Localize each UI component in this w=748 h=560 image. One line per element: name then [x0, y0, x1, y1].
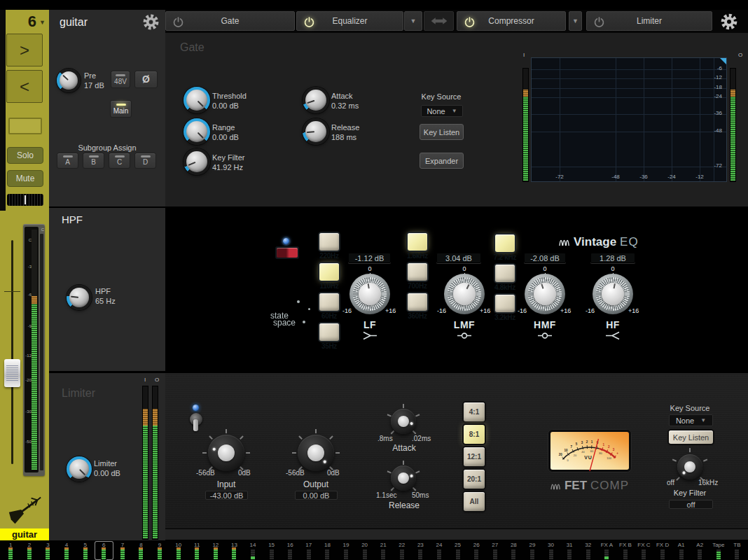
channel-select-item[interactable]: 19: [337, 541, 356, 560]
channel-select-item[interactable]: FX C: [635, 541, 653, 560]
subgroup-assign-button[interactable]: C: [109, 153, 130, 169]
channel-select-item[interactable]: 11: [188, 541, 207, 560]
gate-release-knob[interactable]: [303, 118, 329, 145]
channel-select-item[interactable]: 6: [95, 541, 113, 560]
tab-gate[interactable]: Gate: [165, 11, 295, 31]
gate-attack-knob[interactable]: [303, 87, 329, 113]
eq-freq-button[interactable]: [319, 233, 339, 251]
channel-select-item[interactable]: 31: [560, 541, 579, 560]
channel-select-item[interactable]: 9: [151, 541, 169, 560]
comp-release-knob[interactable]: [391, 465, 416, 491]
gate-threshold-knob[interactable]: [183, 87, 210, 113]
subgroup-assign-button[interactable]: B: [83, 153, 104, 169]
channel-select-item[interactable]: 7: [113, 541, 132, 560]
channel-select-item[interactable]: 26: [467, 541, 486, 560]
subgroup-assign-button[interactable]: A: [57, 153, 78, 169]
comp-toggle-lever[interactable]: [193, 419, 198, 431]
eq-freq-button[interactable]: [408, 233, 427, 251]
comp-attack-knob[interactable]: [391, 409, 416, 434]
comp-keyfilter-knob[interactable]: [677, 454, 702, 479]
channel-select-item[interactable]: 2: [20, 541, 39, 560]
pan-wheel[interactable]: [7, 194, 43, 206]
channel-select-item[interactable]: 27: [485, 541, 504, 560]
tab-compressor[interactable]: Compressor: [457, 11, 566, 31]
channel-select-item[interactable]: 18: [318, 541, 337, 560]
settings-gear-icon[interactable]: [719, 12, 739, 31]
channel-number[interactable]: 6: [6, 13, 36, 31]
swap-order-button[interactable]: [424, 11, 454, 31]
hmf-gain-knob[interactable]: [525, 274, 565, 314]
channel-select-item[interactable]: 23: [411, 541, 430, 560]
channel-select-item[interactable]: 4: [57, 541, 76, 560]
preamp-knob[interactable]: [57, 69, 81, 92]
eq-freq-button[interactable]: [408, 263, 427, 281]
gate-expander-button[interactable]: Expander: [420, 153, 464, 169]
channel-select-item[interactable]: 8: [132, 541, 151, 560]
channel-select-item[interactable]: 28: [504, 541, 523, 560]
channel-select-item[interactable]: 29: [523, 541, 542, 560]
hf-gain-knob[interactable]: [593, 274, 633, 314]
ratio-button[interactable]: All: [464, 492, 485, 511]
subgroup-assign-button[interactable]: D: [134, 153, 156, 169]
ratio-button[interactable]: 12:1: [464, 447, 485, 466]
channel-select-item[interactable]: 14: [244, 541, 263, 560]
eq-freq-button[interactable]: [495, 234, 515, 252]
channel-gear-icon[interactable]: [141, 13, 160, 31]
channel-select-item[interactable]: FX D: [653, 541, 672, 560]
lf-gain-knob[interactable]: [349, 274, 390, 314]
limiter-knob[interactable]: [67, 456, 92, 482]
channel-select-item[interactable]: A1: [672, 541, 691, 560]
channel-select-item[interactable]: 15: [262, 541, 281, 560]
fader-track[interactable]: [11, 240, 13, 464]
input-value-display[interactable]: -43.00 dB: [205, 491, 248, 500]
channel-select-item[interactable]: 24: [430, 541, 449, 560]
mute-button[interactable]: Mute: [7, 170, 43, 187]
keyfilter-value-display[interactable]: off: [669, 500, 713, 509]
channel-select-item[interactable]: FX B: [616, 541, 635, 560]
comp-input-knob[interactable]: [208, 435, 244, 471]
tab-limiter[interactable]: Limiter: [586, 11, 712, 31]
lmf-gain-display[interactable]: 3.04 dB: [436, 253, 481, 263]
phantom-48v-button[interactable]: 48V: [111, 71, 130, 88]
eq-freq-button[interactable]: [408, 293, 427, 311]
channel-select-item[interactable]: 13: [225, 541, 244, 560]
phase-button[interactable]: Ø: [134, 71, 158, 88]
tab-equalizer[interactable]: Equalizer: [296, 11, 403, 31]
channel-select-item[interactable]: 32: [579, 541, 597, 560]
channel-select-item[interactable]: Tape: [709, 541, 728, 560]
equalizer-dropdown-arrow[interactable]: ▼: [404, 11, 422, 31]
gate-key-listen-button[interactable]: Key Listen: [420, 124, 464, 140]
channel-select-item[interactable]: A2: [691, 541, 709, 560]
channel-select-item[interactable]: 21: [374, 541, 393, 560]
ratio-button[interactable]: 20:1: [464, 470, 485, 489]
channel-select-item[interactable]: 1: [1, 541, 20, 560]
solo-button[interactable]: Solo: [7, 147, 43, 164]
channel-dropdown-caret[interactable]: ▼: [39, 19, 46, 26]
channel-select-item[interactable]: 20: [355, 541, 374, 560]
channel-select-item[interactable]: 17: [300, 541, 319, 560]
graph-handle-icon[interactable]: [720, 58, 726, 64]
main-assign-button[interactable]: Main: [110, 100, 132, 118]
hf-gain-display[interactable]: 1.28 dB: [590, 253, 635, 263]
channel-select-item[interactable]: 30: [541, 541, 560, 560]
channel-select-item[interactable]: FX A: [597, 541, 616, 560]
scribble-strip[interactable]: [8, 118, 42, 134]
hpf-knob[interactable]: [67, 285, 92, 310]
fader-handle[interactable]: [4, 359, 20, 387]
comp-output-knob[interactable]: [298, 435, 334, 471]
lmf-gain-knob[interactable]: [444, 274, 485, 314]
eq-freq-button[interactable]: [319, 323, 339, 341]
channel-select-item[interactable]: 10: [169, 541, 188, 560]
next-channel-button[interactable]: >: [6, 34, 43, 66]
comp-key-source-dropdown[interactable]: None▼: [669, 414, 713, 426]
gate-key-source-dropdown[interactable]: None▼: [421, 105, 463, 117]
channel-select-item[interactable]: 5: [76, 541, 95, 560]
ratio-button[interactable]: 8:1: [464, 425, 485, 444]
gate-range-knob[interactable]: [183, 118, 210, 145]
hmf-gain-display[interactable]: -2.08 dB: [524, 253, 566, 263]
ratio-button[interactable]: 4:1: [464, 402, 485, 421]
lf-gain-display[interactable]: -1.12 dB: [348, 253, 391, 263]
channel-select-item[interactable]: 16: [281, 541, 300, 560]
channel-name-tab[interactable]: guitar: [0, 528, 49, 540]
output-value-display[interactable]: 0.00 dB: [295, 491, 338, 500]
